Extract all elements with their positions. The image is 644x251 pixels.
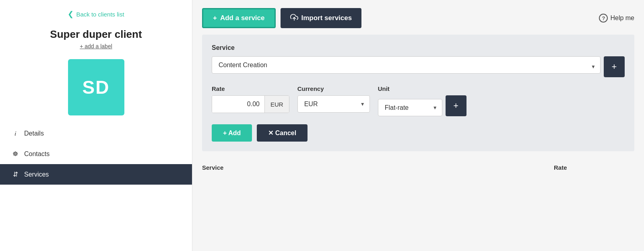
rate-input[interactable]	[212, 96, 264, 113]
add-label-link[interactable]: + add a label	[0, 43, 192, 56]
contacts-icon: ☸	[11, 150, 19, 158]
help-me-label: Help me	[610, 14, 634, 22]
add-new-service-button[interactable]: +	[604, 56, 625, 77]
back-to-clients-link[interactable]: ❮ Back to clients list	[0, 0, 192, 25]
unit-row: Flat-rate Hourly Daily Monthly ▼ +	[378, 95, 466, 116]
unit-select-wrapper: Flat-rate Hourly Daily Monthly ▼	[378, 99, 442, 116]
unit-field-group: Unit Flat-rate Hourly Daily Monthly ▼ +	[378, 85, 466, 116]
unit-label: Unit	[378, 85, 466, 92]
service-field-label: Service	[212, 44, 625, 51]
form-action-buttons: + Add ✕ Cancel	[212, 124, 625, 142]
sidebar: ❮ Back to clients list Super duper clien…	[0, 0, 192, 251]
rate-currency-badge: EUR	[264, 96, 289, 113]
unit-dropdown[interactable]: Flat-rate Hourly Daily Monthly	[378, 99, 442, 116]
sidebar-item-services-label: Services	[24, 171, 49, 178]
add-service-button[interactable]: + Add a service	[202, 8, 276, 28]
main-content: + Add a service Import services ? Help m…	[192, 0, 644, 251]
add-service-label: Add a service	[220, 14, 265, 22]
plus-icon-unit: +	[453, 101, 458, 111]
cloud-upload-icon	[290, 13, 298, 23]
service-dropdown[interactable]: Content Creation Web Design SEO Consulti…	[212, 56, 601, 74]
cancel-button[interactable]: ✕ Cancel	[257, 124, 308, 142]
service-select-row: Content Creation Web Design SEO Consulti…	[212, 56, 625, 77]
plus-icon-dark: +	[612, 62, 617, 72]
sidebar-item-contacts-label: Contacts	[24, 150, 50, 158]
import-services-button[interactable]: Import services	[281, 8, 362, 28]
client-name: Super duper client	[0, 25, 192, 43]
currency-select-wrapper: EUR USD GBP CHF ▼	[297, 95, 370, 113]
table-header: Service Rate	[192, 158, 644, 174]
sidebar-item-details-label: Details	[24, 130, 44, 137]
question-icon: ?	[599, 14, 608, 23]
service-select-wrapper: Content Creation Web Design SEO Consulti…	[212, 56, 601, 77]
sidebar-item-details[interactable]: 𝑖 Details	[0, 123, 192, 144]
rate-input-wrapper: EUR	[212, 95, 289, 113]
info-icon: 𝑖	[11, 130, 19, 137]
help-me-button[interactable]: ? Help me	[599, 14, 634, 23]
currency-field-group: Currency EUR USD GBP CHF ▼	[297, 85, 370, 113]
cancel-button-label: ✕ Cancel	[268, 129, 296, 137]
sidebar-item-contacts[interactable]: ☸ Contacts	[0, 144, 192, 164]
services-icon: ⇵	[11, 171, 19, 178]
rate-label: Rate	[212, 85, 289, 92]
rate-currency-unit-row: Rate EUR Currency EUR USD GBP CHF ▼	[212, 85, 625, 116]
currency-label: Currency	[297, 85, 370, 92]
service-form-panel: Service Content Creation Web Design SEO …	[202, 35, 634, 151]
top-bar-left: + Add a service Import services	[202, 8, 361, 28]
import-services-label: Import services	[301, 14, 352, 22]
currency-dropdown[interactable]: EUR USD GBP CHF	[297, 95, 370, 113]
back-arrow-icon: ❮	[68, 10, 74, 19]
add-unit-button[interactable]: +	[446, 95, 466, 116]
table-col-rate-header: Rate	[554, 164, 634, 171]
sidebar-item-services[interactable]: ⇵ Services	[0, 164, 192, 185]
avatar-initials: SD	[83, 76, 110, 98]
add-button[interactable]: + Add	[212, 124, 252, 142]
top-bar: + Add a service Import services ? Help m…	[192, 0, 644, 35]
plus-icon: +	[213, 14, 217, 22]
back-link-label: Back to clients list	[76, 11, 124, 18]
rate-field-group: Rate EUR	[212, 85, 289, 113]
add-button-label: + Add	[223, 130, 241, 137]
avatar: SD	[68, 59, 124, 115]
table-col-service-header: Service	[202, 164, 546, 171]
